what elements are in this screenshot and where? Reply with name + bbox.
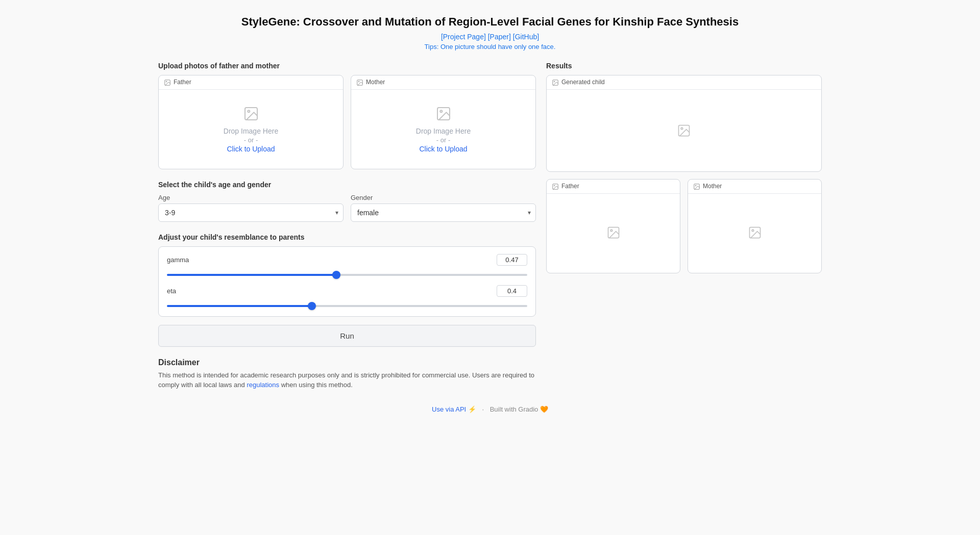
- mother-click-text[interactable]: Click to Upload: [419, 145, 467, 153]
- gender-field-wrapper: Gender female male: [351, 194, 536, 222]
- age-label: Age: [158, 194, 344, 201]
- father-image-icon: [164, 79, 171, 86]
- paper-link[interactable]: [Paper]: [488, 33, 511, 41]
- svg-point-3: [248, 110, 250, 112]
- father-upload-label: Father: [174, 79, 191, 86]
- generated-child-label: Generated child: [561, 79, 605, 86]
- generated-child-icon: [552, 79, 559, 86]
- father-result-body: [547, 194, 680, 271]
- gender-select-wrapper: female male: [351, 203, 536, 222]
- mother-drop-text: Drop Image Here: [416, 127, 471, 135]
- svg-point-11: [681, 128, 683, 130]
- age-select-wrapper: 3-9 10-19 20-29 30-39 40-49 50+: [158, 203, 344, 222]
- api-link[interactable]: Use via API ⚡: [432, 405, 478, 413]
- footer-sep: ·: [482, 405, 484, 413]
- father-or-text: - or -: [244, 136, 258, 144]
- father-result-placeholder: [606, 225, 621, 240]
- age-field-wrapper: Age 3-9 10-19 20-29 30-39 40-49 50+: [158, 194, 344, 222]
- api-text: Use via API: [432, 405, 466, 413]
- svg-point-7: [440, 110, 442, 112]
- father-upload-box[interactable]: Father Drop Image Here - or - Click to U…: [158, 75, 344, 169]
- project-page-link[interactable]: [Project Page]: [441, 33, 486, 41]
- mother-or-text: - or -: [436, 136, 450, 144]
- svg-point-5: [358, 81, 359, 82]
- disclaimer-title: Disclaimer: [158, 358, 536, 367]
- eta-slider-row: eta: [167, 285, 527, 309]
- built-text: Built with Gradio: [490, 405, 538, 413]
- upload-row: Father Drop Image Here - or - Click to U…: [158, 75, 536, 169]
- mother-upload-label: Mother: [366, 79, 385, 86]
- mother-upload-body: Drop Image Here - or - Click to Upload: [351, 90, 535, 169]
- field-group: Age 3-9 10-19 20-29 30-39 40-49 50+ Gend: [158, 194, 536, 222]
- generated-child-placeholder: [677, 123, 691, 138]
- mother-drop-icon: [435, 106, 452, 125]
- results-panel: Results Generated child: [546, 62, 822, 273]
- father-result-icon: [552, 183, 559, 190]
- mother-result-body: [688, 194, 821, 271]
- svg-point-15: [610, 230, 612, 232]
- footer: Use via API ⚡ · Built with Gradio 🧡: [158, 390, 822, 413]
- eta-value-input[interactable]: [497, 285, 527, 297]
- father-click-text[interactable]: Click to Upload: [227, 145, 275, 153]
- svg-point-17: [695, 185, 696, 186]
- svg-point-9: [554, 81, 555, 82]
- mother-image-icon: [356, 79, 363, 86]
- father-result-label: Father: [561, 183, 579, 190]
- svg-point-13: [554, 185, 555, 186]
- resemblance-label: Adjust your child's resemblance to paren…: [158, 233, 536, 241]
- sliders-section: gamma eta: [158, 246, 536, 317]
- gamma-slider[interactable]: [167, 274, 527, 276]
- father-upload-header: Father: [159, 75, 343, 90]
- mother-result-label: Mother: [703, 183, 722, 190]
- gamma-slider-row: gamma: [167, 254, 527, 278]
- father-upload-body: Drop Image Here - or - Click to Upload: [159, 90, 343, 169]
- run-button[interactable]: Run: [158, 325, 536, 347]
- github-link[interactable]: [GitHub]: [513, 33, 539, 41]
- svg-point-1: [166, 81, 167, 82]
- gamma-label: gamma: [167, 256, 189, 264]
- links-row: [Project Page] [Paper] [GitHub]: [158, 33, 822, 41]
- father-result-box: Father: [546, 179, 680, 273]
- upload-section-label: Upload photos of father and mother: [158, 62, 536, 70]
- mother-upload-header: Mother: [351, 75, 535, 90]
- gamma-value-input[interactable]: [497, 254, 527, 266]
- disclaimer-link[interactable]: regulations: [247, 381, 279, 389]
- father-result-header: Father: [547, 180, 680, 194]
- father-drop-icon: [243, 106, 259, 125]
- disclaimer-text: This method is intended for academic res…: [158, 370, 536, 390]
- mother-result-placeholder: [748, 225, 762, 240]
- results-label: Results: [546, 62, 822, 70]
- mother-result-icon: [693, 183, 700, 190]
- page-title: StyleGene: Crossover and Mutation of Reg…: [158, 15, 822, 29]
- child-section-label: Select the child's age and gender: [158, 181, 536, 189]
- father-drop-text: Drop Image Here: [224, 127, 278, 135]
- eta-label: eta: [167, 287, 176, 295]
- gender-label: Gender: [351, 194, 536, 201]
- eta-slider[interactable]: [167, 305, 527, 307]
- svg-point-19: [752, 230, 754, 232]
- gender-select[interactable]: female male: [351, 203, 536, 222]
- result-sub-row: Father Mother: [546, 179, 822, 273]
- generated-child-body: [547, 90, 821, 171]
- tips-text: Tips: One picture should have only one f…: [158, 43, 822, 50]
- generated-child-header: Generated child: [547, 75, 821, 90]
- mother-result-header: Mother: [688, 180, 821, 194]
- mother-upload-box[interactable]: Mother Drop Image Here - or - Click to U…: [351, 75, 536, 169]
- generated-child-box: Generated child: [546, 75, 822, 172]
- mother-result-box: Mother: [688, 179, 822, 273]
- age-select[interactable]: 3-9 10-19 20-29 30-39 40-49 50+: [158, 203, 344, 222]
